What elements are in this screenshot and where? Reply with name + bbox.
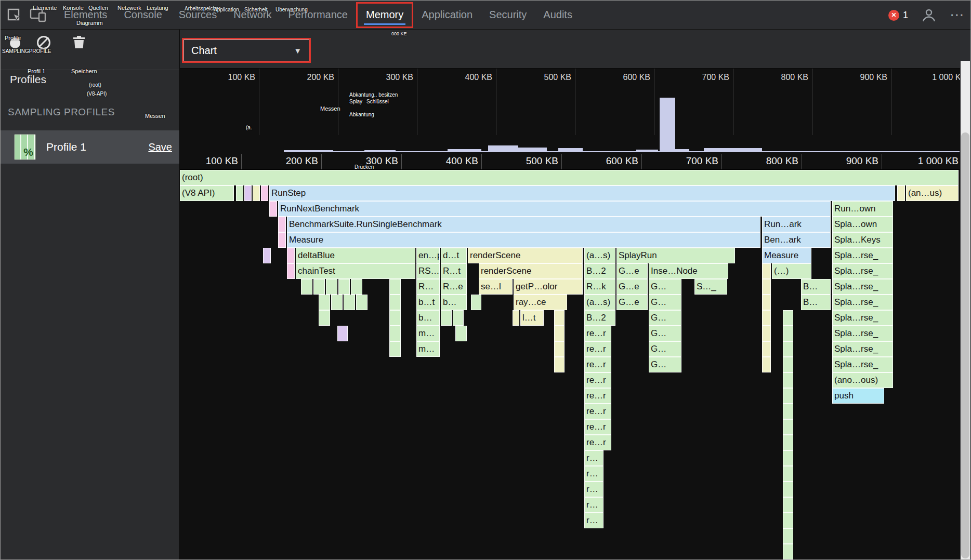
flame-cell[interactable] [337,326,348,341]
flame-cell[interactable]: Spla…rse_ [832,326,893,341]
flame-cell[interactable] [783,497,793,513]
flame-cell[interactable]: G… [649,341,681,357]
tab-memory[interactable]: Memory [358,4,412,26]
flame-cell[interactable] [356,295,368,310]
flame-cell[interactable] [344,295,355,310]
flame-cell[interactable]: G… [649,357,681,372]
flame-cell[interactable]: R…e [441,279,467,295]
flame-cell[interactable] [783,372,793,388]
flame-cell[interactable]: renderScene [468,248,583,263]
flame-cell[interactable]: Spla…Keys [832,232,893,248]
flame-cell[interactable]: B… [801,279,831,295]
tab-audits[interactable]: Audits [535,1,581,30]
flame-cell[interactable] [513,310,519,326]
flame-cell[interactable] [338,279,350,295]
flame-cell[interactable] [554,310,565,326]
flame-cell[interactable] [783,513,793,528]
flame-cell[interactable] [762,357,771,372]
flame-cell[interactable] [783,419,793,435]
flame-cell[interactable]: G…e [616,295,648,310]
flame-cell[interactable] [441,310,452,326]
flame-cell[interactable]: Spla…rse_ [832,295,893,310]
flame-cell[interactable]: SplayRun [616,248,735,263]
flame-cell[interactable]: Measure [287,232,760,248]
tab-sources[interactable]: Sources [170,1,225,30]
tab-performance[interactable]: Performance [280,1,357,30]
flame-cell[interactable]: re…r [584,326,611,341]
flame-cell[interactable]: r… [584,450,603,466]
flame-cell[interactable]: B…2 [584,263,615,279]
flame-cell[interactable]: G…e [616,263,648,279]
flame-cell[interactable] [287,248,295,263]
flame-cell[interactable] [762,310,771,326]
flame-cell[interactable] [783,388,793,404]
flame-cell[interactable]: Spla…rse_ [832,248,893,263]
flame-cell[interactable] [287,263,295,279]
flame-cell[interactable]: Spla…rse_ [832,357,893,372]
flame-cell[interactable]: se…l [479,279,513,295]
flame-cell[interactable]: (a…s) [584,295,615,310]
flame-cell[interactable]: b… [416,310,440,326]
flame-cell[interactable]: B…2 [584,310,615,326]
flame-cell[interactable]: l…t [520,310,544,326]
clear-all-icon[interactable] [37,36,50,49]
flame-cell[interactable]: R…t [441,263,467,279]
save-profile-link[interactable]: Save [148,141,172,153]
flame-cell[interactable] [762,341,771,357]
flame-cell[interactable]: S…_ [694,279,727,295]
flame-cell[interactable]: (an…us) [906,185,959,201]
flame-cell[interactable] [389,310,401,326]
flame-cell[interactable] [783,404,793,419]
flame-cell[interactable]: m… [416,341,440,357]
flame-cell[interactable]: Inse…Node [649,263,728,279]
flame-cell[interactable]: G… [649,326,681,341]
flame-cell[interactable] [762,279,771,295]
flame-cell[interactable] [783,466,793,482]
flame-cell[interactable]: RS…pt [416,263,440,279]
flame-cell[interactable]: (root) [180,170,959,185]
flame-cell[interactable]: Ben…ark [762,232,831,248]
flame-cell[interactable]: G…e [616,279,648,295]
flame-cell[interactable]: (a…s) [584,248,615,263]
flame-cell[interactable]: m… [416,326,440,341]
flame-cell[interactable]: Spla…rse_ [832,279,893,295]
view-mode-select[interactable]: Chart ▼ [183,39,309,61]
flame-cell[interactable] [261,185,268,201]
flame-cell[interactable] [244,185,252,201]
flame-cell[interactable]: re…r [584,435,611,450]
flame-cell[interactable] [389,295,401,310]
flame-cell[interactable]: Spla…rse_ [832,263,893,279]
flame-cell[interactable] [783,341,793,357]
flame-cell[interactable]: r… [584,513,603,528]
flame-cell[interactable] [313,279,325,295]
flame-cell[interactable] [278,232,286,248]
flame-cell[interactable]: RunStep [269,185,895,201]
overview-pane[interactable]: 100 KB200 KB300 KB400 KB500 KB600 KB700 … [180,69,960,170]
error-badge[interactable]: ✕ 1 [888,10,908,21]
flame-cell[interactable]: b… [441,295,467,310]
tab-console[interactable]: Console [115,1,170,30]
flame-cell[interactable] [319,295,330,310]
tab-network[interactable]: Network [225,1,280,30]
record-profile-icon[interactable] [10,38,20,48]
flame-cell[interactable]: re…r [584,419,611,435]
flame-cell[interactable] [762,263,771,279]
flame-cell[interactable]: Spla…rse_ [832,310,893,326]
flame-cell[interactable] [783,357,793,372]
flame-cell[interactable] [783,326,793,341]
flame-cell[interactable]: r… [584,466,603,482]
flame-cell[interactable]: getP…olor [514,279,583,295]
flame-cell[interactable]: BenchmarkSuite.RunSingleBenchmark [287,217,760,232]
scrollbar[interactable] [960,30,970,559]
flame-cell[interactable] [783,482,793,497]
flame-cell[interactable]: G… [649,310,681,326]
flame-cell[interactable]: G… [649,279,681,295]
flame-cell[interactable]: B… [801,295,831,310]
flame-cell[interactable] [389,326,401,341]
flame-cell[interactable]: (ano…ous) [832,372,893,388]
flame-cell[interactable]: d…t [441,248,467,263]
flame-cell[interactable] [263,248,271,263]
flame-cell[interactable] [471,295,481,310]
flame-cell[interactable] [269,201,277,217]
flame-cell[interactable]: re…r [584,341,611,357]
